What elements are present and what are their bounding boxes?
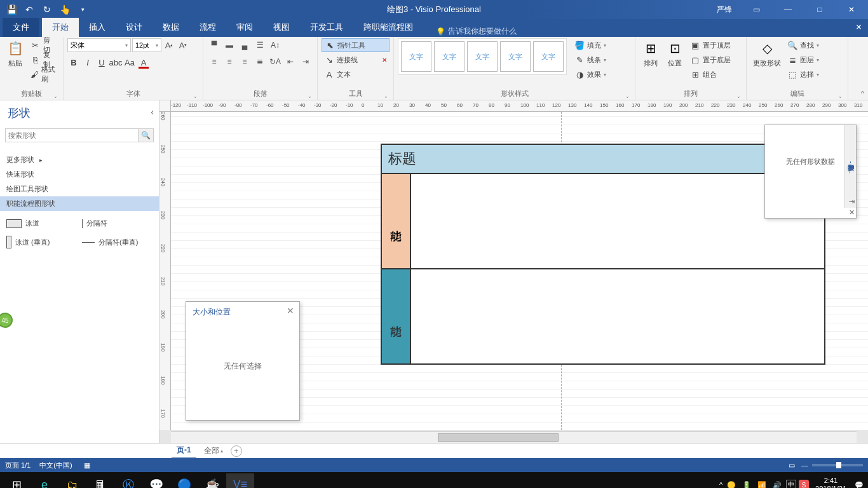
swimlane-diagram[interactable]: 标题 功能 功能 [381,144,825,365]
shape-style-item[interactable]: 文字 [500,41,531,72]
swimlane-h-stencil[interactable]: 泳道 [5,217,78,229]
swimlane-body-1[interactable] [411,174,824,268]
effects-button[interactable]: ◑效果▾ [572,67,609,81]
kugou-icon[interactable]: Ⓚ [114,473,142,488]
tab-cross-functional[interactable]: 跨职能流程图 [353,18,423,37]
volume-icon[interactable]: 🔊 [771,478,783,488]
shape-data-panel[interactable]: 无任何形状数据 形状数据 - T... ⇥ ✕ [764,125,857,219]
edge-icon[interactable]: e [31,473,58,488]
presentation-mode-icon[interactable]: ▭ [786,459,797,471]
clock[interactable]: 2:41 2018/1/21 [811,477,850,488]
align-top-button[interactable]: ▀ [207,38,221,52]
pointer-tool-button[interactable]: ⬉指针工具 [322,38,390,52]
swimlane-title[interactable]: 标题 [381,144,825,174]
shape-style-gallery[interactable]: 文字 文字 文字 文字 文字 [398,38,567,75]
shapes-collapse-icon[interactable]: ‹ [151,107,154,117]
close-button[interactable]: ✕ [839,1,864,18]
grow-font-button[interactable]: A▴ [163,39,175,51]
align-right-button[interactable]: ≡ [238,55,252,69]
underline-button[interactable]: U [95,56,108,69]
page-all-button[interactable]: 全部 ▴ [204,445,223,456]
macro-icon[interactable]: ▦ [81,459,93,471]
shape-style-item[interactable]: 文字 [533,41,564,72]
ime-indicator[interactable]: 中 [786,480,796,488]
position-button[interactable]: ⊡位置 [663,38,686,69]
layers-button[interactable]: ≣图层▾ [785,53,822,67]
shapes-search-input[interactable] [5,128,139,142]
indent-right-button[interactable]: ⇥ [299,55,313,69]
text-direction-button[interactable]: A↕ [268,38,282,52]
connector-tool-button[interactable]: ↘连接线✕ [322,53,390,67]
tab-home[interactable]: 开始 [42,18,79,37]
more-shapes-item[interactable]: 更多形状▸ [0,152,159,167]
find-button[interactable]: 🔍查找▾ [785,38,822,52]
scrollbar-thumb[interactable] [438,433,559,442]
tab-view[interactable]: 视图 [263,18,300,37]
shape-style-item[interactable]: 文字 [434,41,465,72]
notifications-icon[interactable]: 💬 [853,478,865,488]
start-button[interactable]: ⊞ [3,473,31,488]
align-left-button[interactable]: ≡ [207,55,221,69]
ribbon-display-icon[interactable]: ▭ [743,1,769,18]
size-position-panel[interactable]: 大小和位置 ✕ 无任何选择 [186,301,300,421]
send-back-button[interactable]: ▢置于底层 [688,53,733,67]
line-button[interactable]: ✎线条▾ [572,53,609,67]
case-button[interactable]: Aa [123,56,136,69]
sogou-icon[interactable]: S [799,480,809,488]
save-icon[interactable]: 💾 [4,2,19,17]
tab-data[interactable]: 数据 [153,18,189,37]
swimlane-v-stencil[interactable]: 泳道 (垂直) [5,234,78,250]
rotate-text-button[interactable]: ↻A [268,55,282,69]
cross-functional-shapes-item[interactable]: 职能流程图形状 [0,196,159,211]
shape-style-item[interactable]: 文字 [467,41,498,72]
italic-button[interactable]: I [81,56,94,69]
page-tab-1[interactable]: 页-1 [172,443,196,459]
separator-v-stencil[interactable]: 分隔符(垂直) [81,234,154,250]
ribbon-pin-icon[interactable]: ^ [861,90,864,97]
chrome-icon[interactable]: 🔵 [170,473,198,488]
zoom-slider[interactable] [812,464,863,466]
wechat-icon[interactable]: 💬 [142,473,170,488]
indent-left-button[interactable]: ⇤ [283,55,297,69]
zoom-out-icon[interactable]: — [801,461,808,469]
quick-shapes-item[interactable]: 快速形状 [0,167,159,182]
align-bottom-button[interactable]: ▄ [238,38,252,52]
minimize-button[interactable]: — [775,1,801,18]
language-indicator[interactable]: 中文(中国) [39,461,72,470]
font-size-combo[interactable]: 12pt▾ [132,38,161,52]
calculator-icon[interactable]: 🖩 [86,473,114,488]
fill-button[interactable]: 🪣填充▾ [572,38,609,52]
ribbon-collapse-button[interactable]: × [856,22,862,33]
bold-button[interactable]: B [67,56,80,69]
add-page-button[interactable]: + [231,445,242,457]
drawing-tools-shapes-item[interactable]: 绘图工具形状 [0,182,159,196]
tab-review[interactable]: 审阅 [226,18,263,37]
shape-data-close-icon[interactable]: ✕ [849,208,855,217]
shape-data-tab[interactable]: 形状数据 - T... [844,125,856,208]
align-center-button[interactable]: ≡ [222,55,236,69]
font-name-combo[interactable]: 宋体▾ [67,38,131,52]
shape-style-item[interactable]: 文字 [401,41,431,72]
touch-mode-icon[interactable]: 👆 [57,2,72,17]
paste-button[interactable]: 📋 粘贴 [4,38,27,69]
format-painter-button[interactable]: 🖌格式刷 [28,67,59,81]
tab-dev[interactable]: 开发工具 [300,18,353,37]
swimlane-lane-2[interactable]: 功能 [382,269,411,363]
tab-design[interactable]: 设计 [116,18,153,37]
swimlane-body-2[interactable] [411,269,824,363]
tab-insert[interactable]: 插入 [79,18,116,37]
tell-me-search[interactable]: 💡 告诉我你想要做什么 [436,26,517,37]
shrink-font-button[interactable]: A▾ [177,39,189,51]
font-color-button[interactable]: A [137,56,150,69]
visio-taskbar-icon[interactable]: V≡ [226,473,254,488]
select-button[interactable]: ⬚选择▾ [785,67,822,81]
pin-icon[interactable]: ⇥ [849,198,855,206]
maximize-button[interactable]: □ [807,1,832,18]
horizontal-ruler[interactable]: -120-110-100-90-80-70-60-50-40-30-20-100… [171,100,868,112]
size-panel-close-button[interactable]: ✕ [287,306,294,316]
tray-expand-icon[interactable]: ^ [719,481,722,488]
align-middle-button[interactable]: ▬ [222,38,236,52]
horizontal-scrollbar[interactable] [171,431,857,443]
file-explorer-icon[interactable]: 🗂 [58,473,86,488]
change-shape-button[interactable]: ◇更改形状 [750,38,783,69]
